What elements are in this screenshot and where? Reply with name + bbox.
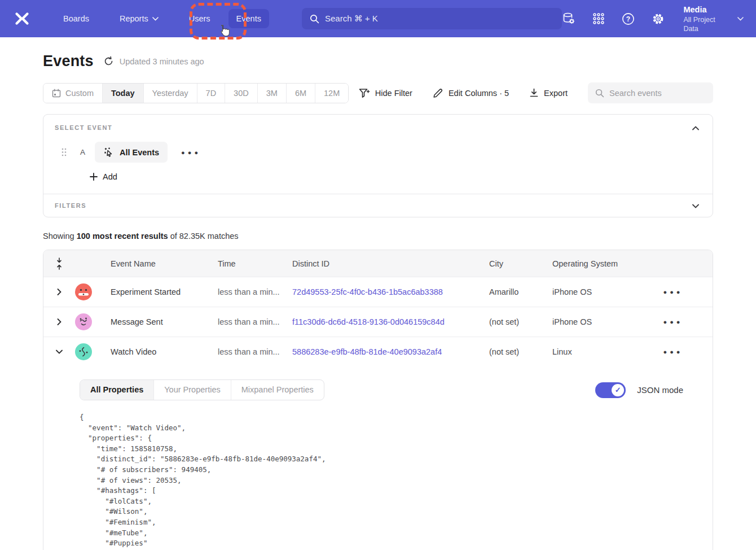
drag-handle-icon[interactable]	[61, 148, 67, 156]
event-name-cell: Experiment Started	[111, 287, 218, 296]
event-select-button[interactable]: All Events	[95, 142, 168, 163]
event-avatar	[75, 283, 92, 300]
project-name: Media	[683, 5, 732, 15]
top-navbar: Boards Reports Users Events Search ⌘ + K	[0, 0, 756, 37]
column-header[interactable]: Operating System	[552, 259, 631, 268]
event-avatar	[75, 313, 92, 330]
nav-item-label: Events	[236, 14, 261, 23]
hide-filter-button[interactable]: Hide Filter	[359, 88, 412, 98]
tab-all-properties[interactable]: All Properties	[80, 380, 153, 400]
table-row-expanded[interactable]: Watch Video less than a min... 5886283e-…	[43, 337, 713, 366]
results-summary: Showing 100 most recent results of 82.35…	[43, 232, 713, 241]
selected-event-name: All Events	[120, 148, 159, 157]
expand-filters-button[interactable]	[689, 199, 702, 213]
search-events-placeholder: Search events	[609, 89, 662, 98]
distinct-id-link[interactable]: 5886283e-e9fb-48fb-81de-40e9093a2af4	[292, 347, 489, 356]
tab-your-properties[interactable]: Your Properties	[153, 380, 230, 400]
chevron-down-icon	[56, 350, 63, 354]
calendar-icon	[52, 89, 61, 98]
row-more-menu-icon[interactable]: ● ● ●	[631, 289, 713, 295]
add-event-button[interactable]: Add	[90, 172, 117, 181]
date-range-today[interactable]: Today	[102, 84, 143, 103]
event-more-menu-icon[interactable]: ● ● ●	[178, 146, 202, 159]
nav-item-reports[interactable]: Reports	[112, 9, 166, 28]
help-icon[interactable]: ?	[622, 12, 635, 25]
title-row: Events Updated 3 minutes ago	[43, 53, 713, 70]
nav-item-label: Users	[189, 14, 210, 23]
search-events-input[interactable]: Search events	[588, 82, 713, 103]
row-more-menu-icon[interactable]: ● ● ●	[631, 318, 713, 325]
os-cell: iPhone OS	[552, 317, 631, 326]
nav-item-users[interactable]: Users	[181, 9, 218, 28]
event-row-letter: A	[80, 148, 95, 156]
edit-columns-button[interactable]: Edit Columns · 5	[433, 88, 509, 98]
events-table: Event Name Time Distinct ID City Operati…	[43, 250, 713, 550]
json-mode-toggle[interactable]: ✓	[595, 382, 626, 398]
table-row[interactable]: Experiment Started less than a min... 72…	[43, 277, 713, 307]
edit-columns-label: Edit Columns · 5	[449, 89, 509, 98]
row-more-menu-icon[interactable]: ● ● ●	[631, 348, 713, 355]
data-management-icon[interactable]	[562, 12, 575, 25]
table-row[interactable]: Message Sent less than a min... f11c30d6…	[43, 307, 713, 337]
global-search-input[interactable]: Search ⌘ + K	[302, 8, 562, 29]
column-header[interactable]: Event Name	[111, 259, 218, 268]
nav-item-boards[interactable]: Boards	[55, 9, 97, 28]
event-cursor-icon	[103, 147, 115, 158]
apps-grid-icon[interactable]	[592, 12, 605, 25]
settings-gear-icon[interactable]	[652, 12, 665, 25]
filters-section[interactable]: FILTERS	[43, 194, 713, 217]
controls-row: Custom Today Yesterday 7D 30D 3M 6M 12M …	[43, 82, 713, 103]
date-range-yesterday[interactable]: Yesterday	[143, 84, 197, 103]
table-tools: Hide Filter Edit Columns · 5 Export	[359, 82, 713, 103]
date-range-7d[interactable]: 7D	[197, 84, 225, 103]
expand-row-button[interactable]	[51, 314, 67, 330]
date-range-custom[interactable]: Custom	[43, 84, 102, 103]
date-range-label: 7D	[206, 89, 217, 98]
column-header[interactable]: City	[489, 259, 552, 268]
date-range-12m[interactable]: 12M	[315, 84, 348, 103]
mixpanel-logo-icon[interactable]	[12, 9, 32, 28]
detail-toolbar: All Properties Your Properties Mixpanel …	[80, 379, 683, 400]
date-range-6m[interactable]: 6M	[286, 84, 315, 103]
expand-row-button[interactable]	[51, 284, 67, 300]
collapse-section-button[interactable]	[689, 121, 702, 135]
toggle-check-icon: ✓	[612, 384, 624, 396]
event-name-cell: Watch Video	[111, 347, 218, 356]
date-range-label: 12M	[324, 89, 340, 98]
column-header[interactable]: Distinct ID	[292, 259, 489, 268]
os-cell: iPhone OS	[552, 287, 631, 296]
refresh-icon[interactable]	[103, 56, 114, 67]
nav-item-label: Boards	[63, 14, 89, 23]
distinct-id-link[interactable]: f11c30d6-dc6d-4518-9136-0d046159c84d	[292, 317, 489, 326]
time-cell: less than a min...	[218, 347, 292, 356]
query-builder-card: SELECT EVENT A	[43, 114, 713, 217]
updated-text: Updated 3 minutes ago	[120, 57, 204, 66]
tab-mixpanel-properties[interactable]: Mixpanel Properties	[231, 380, 324, 400]
chevron-right-icon	[57, 289, 61, 295]
export-label: Export	[544, 89, 568, 98]
select-event-section: SELECT EVENT A	[43, 115, 713, 194]
event-selector-row: A All Events ● ● ●	[55, 142, 701, 163]
city-cell: (not set)	[489, 347, 552, 356]
svg-text:?: ?	[626, 15, 630, 23]
column-header[interactable]: Time	[218, 259, 292, 268]
navbar-right-cluster: ? Media All Project Data	[562, 5, 744, 33]
nav-item-events[interactable]: Events	[228, 9, 269, 28]
project-selector[interactable]: Media All Project Data	[683, 5, 744, 33]
project-subtitle: All Project Data	[683, 15, 732, 33]
date-range-label: 6M	[295, 89, 306, 98]
collapse-row-button[interactable]	[51, 344, 67, 360]
chevron-down-icon	[737, 17, 744, 21]
json-mode-label: JSON mode	[637, 385, 683, 395]
event-name-cell: Message Sent	[111, 317, 218, 326]
export-button[interactable]: Export	[529, 88, 568, 98]
os-cell: Linux	[552, 347, 631, 356]
date-range-30d[interactable]: 30D	[225, 84, 257, 103]
collapse-rows-icon[interactable]	[43, 257, 75, 270]
search-placeholder: Search ⌘ + K	[325, 14, 378, 24]
date-range-label: 30D	[234, 89, 249, 98]
table-header-row: Event Name Time Distinct ID City Operati…	[43, 250, 713, 277]
distinct-id-link[interactable]: 72d49553-25fc-4f0c-b436-1b5ac6ab3388	[292, 287, 489, 296]
time-cell: less than a min...	[218, 287, 292, 296]
date-range-3m[interactable]: 3M	[257, 84, 286, 103]
